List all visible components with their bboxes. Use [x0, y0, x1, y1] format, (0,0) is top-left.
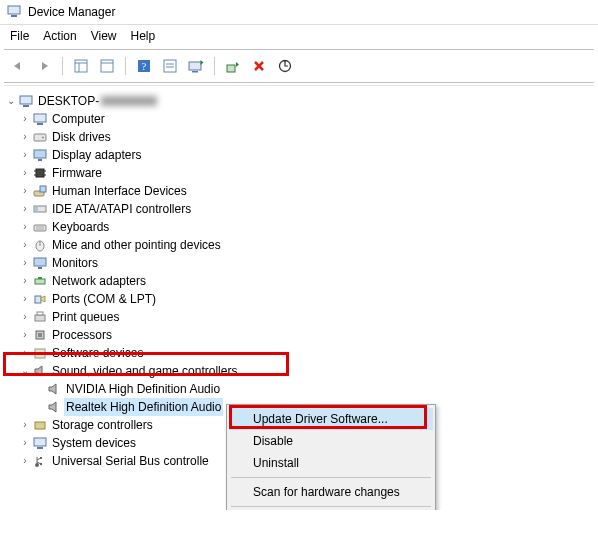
- expander-icon[interactable]: ›: [18, 272, 32, 290]
- tree-node-nvidia-audio[interactable]: NVIDIA High Definition Audio: [4, 380, 594, 398]
- menu-file[interactable]: File: [10, 29, 29, 43]
- tree-node-display-adapters[interactable]: ›Display adapters: [4, 146, 594, 164]
- scan-hardware-button[interactable]: [273, 55, 297, 77]
- tree-node-hid[interactable]: ›Human Interface Devices: [4, 182, 594, 200]
- tree-node-firmware[interactable]: ›Firmware: [4, 164, 594, 182]
- tree-node-network[interactable]: ›Network adapters: [4, 272, 594, 290]
- svg-rect-1: [11, 15, 17, 17]
- tree-root[interactable]: ⌄ DESKTOP- XXXXXXXX: [4, 92, 594, 110]
- menu-view[interactable]: View: [91, 29, 117, 43]
- expander-icon[interactable]: ⌄: [18, 362, 32, 380]
- menu-help[interactable]: Help: [131, 29, 156, 43]
- svg-rect-45: [35, 315, 45, 321]
- svg-rect-46: [37, 312, 43, 315]
- svg-rect-19: [23, 105, 29, 107]
- port-icon: [32, 291, 48, 307]
- update-driver-button[interactable]: [184, 55, 208, 77]
- expander-icon[interactable]: ›: [18, 434, 32, 452]
- tree-node-computer[interactable]: ›Computer: [4, 110, 594, 128]
- storage-icon: [32, 417, 48, 433]
- expander-icon[interactable]: ›: [18, 416, 32, 434]
- menu-action[interactable]: Action: [43, 29, 76, 43]
- tree-node-software-devices[interactable]: ›Software devices: [4, 344, 594, 362]
- svg-rect-5: [101, 60, 113, 72]
- svg-rect-26: [36, 169, 44, 177]
- svg-rect-20: [34, 114, 46, 122]
- expander-icon[interactable]: ›: [18, 146, 32, 164]
- context-disable[interactable]: Disable: [229, 430, 433, 452]
- title-bar: Device Manager: [0, 0, 598, 25]
- expander-icon[interactable]: ›: [18, 110, 32, 128]
- properties-button[interactable]: [95, 55, 119, 77]
- help-button[interactable]: ?: [132, 55, 156, 77]
- expander-icon[interactable]: ›: [18, 128, 32, 146]
- tree-node-monitors[interactable]: ›Monitors: [4, 254, 594, 272]
- show-hide-tree-button[interactable]: [69, 55, 93, 77]
- window-title: Device Manager: [28, 5, 115, 19]
- monitor-icon: [32, 255, 48, 271]
- svg-rect-12: [189, 62, 201, 70]
- enable-button[interactable]: [221, 55, 245, 77]
- tree-node-print-queues[interactable]: ›Print queues: [4, 308, 594, 326]
- svg-rect-14: [227, 65, 235, 72]
- svg-rect-42: [35, 279, 45, 284]
- expander-icon[interactable]: ›: [18, 236, 32, 254]
- svg-rect-49: [35, 349, 45, 358]
- menu-separator: [231, 506, 431, 507]
- tree-node-disk-drives[interactable]: ›Disk drives: [4, 128, 594, 146]
- disk-icon: [32, 129, 48, 145]
- expander-icon[interactable]: ›: [18, 344, 32, 362]
- svg-rect-18: [20, 96, 32, 104]
- context-menu: Update Driver Software... Disable Uninst…: [226, 404, 436, 510]
- tree-node-keyboards[interactable]: ›Keyboards: [4, 218, 594, 236]
- tree-node-ports[interactable]: ›Ports (COM & LPT): [4, 290, 594, 308]
- chip-icon: [32, 165, 48, 181]
- expander-icon[interactable]: ›: [18, 326, 32, 344]
- view-button[interactable]: [158, 55, 182, 77]
- expander-icon[interactable]: ›: [18, 452, 32, 470]
- svg-rect-35: [34, 225, 46, 231]
- svg-rect-40: [34, 258, 46, 266]
- network-icon: [32, 273, 48, 289]
- tree-node-mice[interactable]: ›Mice and other pointing devices: [4, 236, 594, 254]
- context-uninstall[interactable]: Uninstall: [229, 452, 433, 474]
- keyboard-icon: [32, 219, 48, 235]
- back-button[interactable]: [6, 55, 30, 77]
- expander-icon[interactable]: ⌄: [4, 92, 18, 110]
- expander-icon[interactable]: ›: [18, 218, 32, 236]
- svg-rect-41: [38, 267, 42, 269]
- expander-icon[interactable]: ›: [18, 200, 32, 218]
- svg-rect-24: [34, 150, 46, 158]
- svg-rect-51: [34, 438, 46, 446]
- svg-rect-50: [35, 422, 45, 429]
- svg-rect-0: [8, 6, 20, 14]
- ide-icon: [32, 201, 48, 217]
- context-scan[interactable]: Scan for hardware changes: [229, 481, 433, 503]
- svg-text:?: ?: [142, 61, 147, 72]
- tree-node-processors[interactable]: ›Processors: [4, 326, 594, 344]
- svg-rect-43: [38, 277, 42, 279]
- expander-icon[interactable]: ›: [18, 290, 32, 308]
- software-icon: [32, 345, 48, 361]
- tree-node-ide[interactable]: ›IDE ATA/ATAPI controllers: [4, 200, 594, 218]
- app-icon: [6, 4, 22, 20]
- svg-rect-48: [38, 333, 42, 337]
- tree-node-sound[interactable]: ⌄Sound, video and game controllers: [4, 362, 594, 380]
- expander-icon[interactable]: ›: [18, 182, 32, 200]
- svg-rect-21: [37, 123, 43, 125]
- uninstall-button[interactable]: [247, 55, 271, 77]
- svg-rect-9: [164, 60, 176, 72]
- context-update-driver[interactable]: Update Driver Software...: [229, 408, 433, 430]
- expander-icon[interactable]: ›: [18, 164, 32, 182]
- svg-rect-32: [40, 186, 46, 192]
- speaker-icon: [32, 363, 48, 379]
- expander-icon[interactable]: ›: [18, 308, 32, 326]
- svg-rect-25: [38, 159, 42, 161]
- device-tree[interactable]: ⌄ DESKTOP- XXXXXXXX ›Computer ›Disk driv…: [0, 86, 598, 510]
- mouse-icon: [32, 237, 48, 253]
- svg-point-55: [40, 463, 42, 465]
- forward-button[interactable]: [32, 55, 56, 77]
- computer-icon: [18, 93, 34, 109]
- expander-icon[interactable]: ›: [18, 254, 32, 272]
- printer-icon: [32, 309, 48, 325]
